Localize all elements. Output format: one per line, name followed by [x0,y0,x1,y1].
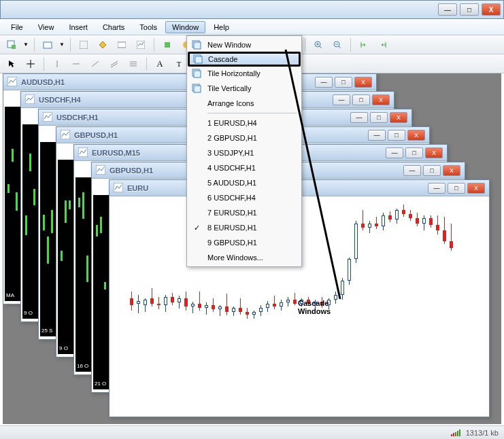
menu-charts[interactable]: Charts [96,21,131,33]
menu-item-new-window[interactable]: New Window [188,37,300,52]
child-close-button[interactable]: X [390,112,407,123]
minimize-button[interactable]: — [438,3,457,16]
window-list-item[interactable]: 3 USDJPY,H1 [188,145,300,160]
chart-icon [61,130,70,141]
child-minimize-button[interactable]: — [403,165,421,176]
child-close-button[interactable]: X [425,147,443,158]
svg-line-23 [111,63,118,67]
text-label-icon[interactable]: T [171,56,186,71]
child-maximize-button[interactable]: □ [388,130,405,141]
svg-line-22 [111,61,118,65]
window-list-item[interactable]: 4 USDCHF,H1 [188,160,300,175]
statusbar: 1313/1 kb [0,425,504,439]
window-list-item[interactable]: 1 EURUSD,H4 [188,116,300,130]
window-list-item[interactable]: ✓8 EURUSD,H1 [188,220,300,235]
window-layout-icon [191,68,202,79]
maximize-button[interactable]: □ [460,3,479,16]
zoom-out-icon[interactable] [330,37,345,52]
menu-item-cascade[interactable]: Cascade [188,52,301,67]
new-order-icon[interactable] [160,37,175,52]
child-maximize-button[interactable]: □ [448,183,465,194]
market-watch-icon[interactable] [76,37,91,52]
child-minimize-button[interactable]: — [428,183,446,194]
svg-rect-39 [194,71,201,77]
chart-icon [7,77,17,88]
window-layout-icon [191,83,202,94]
child-close-button[interactable]: X [467,183,485,194]
connection-icon [451,429,460,436]
svg-line-11 [320,46,322,48]
new-chart-icon[interactable] [4,37,19,52]
menu-file[interactable]: File [4,21,30,33]
menu-view[interactable]: View [31,21,61,33]
window-layout-icon [192,54,203,65]
child-close-button[interactable]: X [407,130,425,141]
fibonacci-icon[interactable] [126,56,141,71]
child-minimize-button[interactable]: — [368,130,386,141]
svg-line-21 [92,61,99,67]
trendline-icon[interactable] [88,56,103,71]
menu-item-tile-vertically[interactable]: Tile Vertically [188,81,300,96]
svg-rect-41 [194,86,201,92]
window-list-item[interactable]: 7 EURUSD,H1 [188,205,300,220]
menu-item-tile-horizontally[interactable]: Tile Horizontally [188,66,300,81]
terminal-icon[interactable] [114,37,129,52]
main-titlebar: — □ X [0,0,504,19]
check-icon: ✓ [194,224,200,232]
menu-window[interactable]: Window [165,21,205,33]
menu-item-arrange-icons[interactable]: Arrange Icons [188,96,300,111]
window-list-item[interactable]: 5 AUDUSD,H1 [188,175,300,190]
chart-icon [96,165,105,176]
channel-icon[interactable] [107,56,122,71]
vertical-line-icon[interactable] [50,56,65,71]
child-maximize-button[interactable]: □ [335,77,352,88]
chart-icon [114,183,123,194]
child-maximize-button[interactable]: □ [423,165,441,176]
horizontal-line-icon[interactable] [69,56,84,71]
window-menu-dropdown: New WindowCascadeTile HorizontallyTile V… [186,35,302,267]
text-icon[interactable]: A [152,56,167,71]
menubar: FileViewInsertChartsToolsWindowHelp [0,19,504,35]
tester-icon[interactable] [133,37,148,52]
svg-rect-4 [118,42,126,48]
menu-item-more-windows[interactable]: More Windows... [188,250,300,265]
svg-line-15 [339,46,341,48]
connection-label: 1313/1 kb [466,429,499,437]
svg-rect-6 [165,42,170,48]
child-maximize-button[interactable]: □ [352,94,370,105]
svg-rect-2 [44,42,52,48]
menu-help[interactable]: Help [207,21,236,33]
navigator-icon[interactable] [95,37,110,52]
menu-insert[interactable]: Insert [62,21,95,33]
child-minimize-button[interactable]: — [315,77,333,88]
zoom-in-icon[interactable] [311,37,326,52]
window-list-item[interactable]: 2 GBPUSD,H1 [188,130,300,145]
child-close-button[interactable]: X [443,165,460,176]
child-close-button[interactable]: X [354,77,372,88]
child-maximize-button[interactable]: □ [405,147,423,158]
svg-rect-1 [12,45,16,49]
svg-rect-3 [80,41,88,49]
window-list-item[interactable]: 9 GBPUSD,H1 [188,235,300,250]
profiles-icon[interactable] [40,37,55,52]
window-list-item[interactable]: 6 USDCHF,H4 [188,190,300,205]
child-minimize-button[interactable]: — [386,147,403,158]
window-layout-icon [191,39,202,50]
child-close-button[interactable]: X [372,94,390,105]
menu-tools[interactable]: Tools [133,21,164,33]
chart-shift-icon[interactable] [375,37,390,52]
child-maximize-button[interactable]: □ [370,112,388,123]
svg-rect-5 [137,41,145,49]
cursor-icon[interactable] [4,56,19,71]
chart-icon [43,112,52,123]
chart-icon [25,94,35,105]
child-minimize-button[interactable]: — [350,112,368,123]
child-minimize-button[interactable]: — [333,94,350,105]
chart-icon [78,147,88,158]
close-button[interactable]: X [482,3,501,16]
svg-rect-35 [194,42,201,49]
svg-rect-37 [195,56,202,63]
auto-scroll-icon[interactable] [356,37,371,52]
crosshair-icon[interactable] [23,56,38,71]
